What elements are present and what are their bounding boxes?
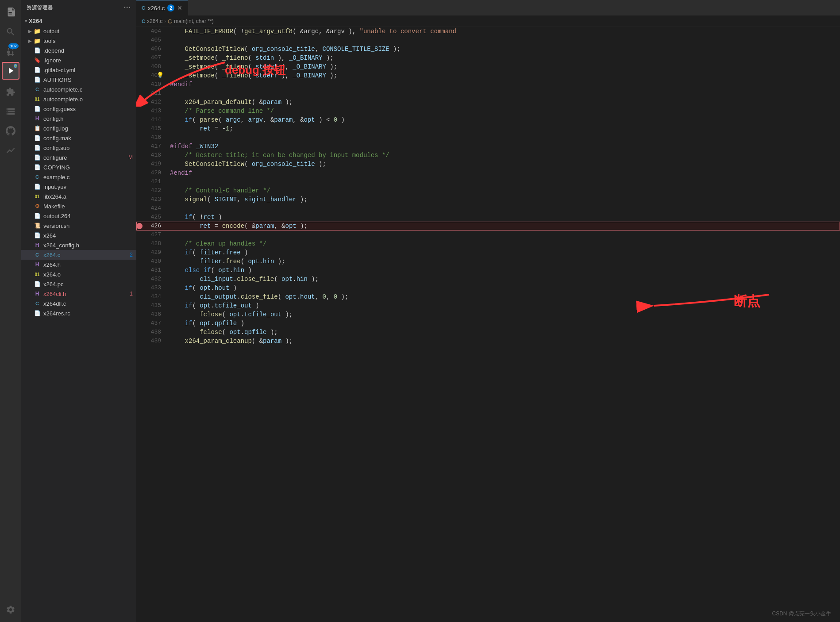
settings-icon[interactable] (2, 601, 19, 618)
tree-section-header[interactable]: ▾ X264 (21, 16, 136, 26)
code-line-417: 417 #ifdef _WIN32 (136, 142, 840, 151)
file-item-config-log[interactable]: 📋 config.log (21, 123, 136, 133)
line-num-437: 437 (144, 319, 166, 328)
tab-x264c[interactable]: C x264.c 2 ✕ (136, 0, 188, 15)
line-num-421: 421 (144, 177, 166, 186)
code-line-436: 436 fclose( opt.tcfile_out ); (136, 310, 840, 319)
file-item-example-c[interactable]: C example.c (21, 172, 136, 182)
line-content-407: _setmode( _fileno( stdin ), _O_BINARY ); (166, 54, 840, 62)
code-line-431: 431 else if( opt.hin ) (136, 266, 840, 275)
line-num-415: 415 (144, 124, 166, 133)
file-name-x264o: x264.o (43, 271, 133, 278)
file-item-x264h[interactable]: H x264.h (21, 260, 136, 269)
code-line-418: 418 /* Restore title; it can be changed … (136, 151, 840, 160)
code-line-430: 430 filter.free( opt.hin ); (136, 257, 840, 266)
extensions-icon[interactable] (2, 83, 19, 101)
folder-name-output: output (43, 28, 59, 35)
line-content-410: #endif (166, 80, 840, 89)
file-item-x264dllc[interactable]: C x264dll.c (21, 299, 136, 308)
sidebar-content[interactable]: ▾ X264 ▶ 📁 output ▶ 📁 tools 📄 .depend (21, 15, 136, 622)
line-content-419: SetConsoleTitleW( org_console_title ); (166, 160, 840, 169)
line-content-422: /* Control-C handler */ (166, 186, 840, 195)
breadcrumb-file: x264.c (147, 18, 162, 24)
file-item-x264o[interactable]: 01 x264.o (21, 269, 136, 279)
file-item-version-sh[interactable]: 📜 version.sh (21, 221, 136, 230)
code-line-407: 407 _setmode( _fileno( stdin ), _O_BINAR… (136, 54, 840, 62)
github-icon[interactable] (2, 122, 19, 140)
breakpoint-dot-426[interactable] (136, 223, 143, 229)
line-content-426: ret = encode( &param, &opt ); (166, 222, 840, 230)
file-item-x264c[interactable]: C x264.c 2 (21, 250, 136, 260)
file-name-x264resrc: x264res.rc (43, 310, 133, 317)
code-line-428: 428 /* clean up handles */ (136, 239, 840, 248)
remote-icon[interactable] (2, 103, 19, 120)
file-item-depend[interactable]: 📄 .depend (21, 46, 136, 55)
file-name-copying: COPYING (43, 164, 133, 171)
file-icon-config-guess: 📄 (34, 105, 41, 112)
file-item-x264[interactable]: 📄 x264 (21, 230, 136, 240)
file-item-input-yuv[interactable]: 📄 input.yuv (21, 182, 136, 192)
file-item-x264resrc[interactable]: 📄 x264res.rc (21, 308, 136, 318)
file-icon-authors: 📄 (34, 76, 41, 83)
file-item-x264clih[interactable]: H x264cli.h 1 (21, 289, 136, 299)
file-item-copying[interactable]: 📄 COPYING (21, 162, 136, 172)
file-item-autocomplete-o[interactable]: 01 autocomplete.o (21, 94, 136, 104)
folder-item-output[interactable]: ▶ 📁 output (21, 26, 136, 36)
file-item-autocomplete-c[interactable]: C autocomplete.c (21, 84, 136, 94)
files-icon[interactable] (2, 4, 19, 21)
line-num-410: 410 (144, 80, 166, 89)
x264c-badge: 2 (130, 252, 133, 258)
file-name-x264h: x264.h (43, 261, 133, 268)
code-area[interactable]: 404 FAIL_IF_ERROR( !get_argv_utf8( &argc… (136, 27, 840, 622)
line-num-431: 431 (144, 266, 166, 275)
file-item-x264pc[interactable]: 📄 x264.pc (21, 279, 136, 289)
file-item-config-sub[interactable]: 📄 config.sub (21, 143, 136, 153)
code-line-422: 422 /* Control-C handler */ (136, 186, 840, 195)
file-item-config-mak[interactable]: 📄 config.mak (21, 133, 136, 143)
line-content-431: else if( opt.hin ) (166, 266, 840, 275)
line-content-438: fclose( opt.qpfile ); (166, 328, 840, 337)
line-num-420: 420 (144, 169, 166, 177)
breadcrumb: C x264.c › ⬡ main(int, char **) (136, 15, 840, 27)
file-item-x264config[interactable]: H x264_config.h (21, 240, 136, 250)
code-line-412: 412 x264_param_default( &param ); (136, 98, 840, 107)
code-line-439: 439 x264_param_cleanup( &param ); (136, 337, 840, 346)
line-num-425: 425 (144, 213, 166, 222)
sidebar-more-button[interactable]: ··· (124, 4, 131, 12)
line-num-418: 418 (144, 151, 166, 160)
file-icon-libx264: 01 (34, 193, 41, 200)
code-line-425: 425 if( !ret ) (136, 213, 840, 222)
search-icon[interactable] (2, 23, 19, 41)
file-name-depend: .depend (43, 47, 133, 54)
code-line-424: 424 (136, 204, 840, 213)
gitlens-icon[interactable] (2, 142, 19, 159)
source-control-icon[interactable]: 107 (2, 42, 19, 60)
file-item-authors[interactable]: 📄 AUTHORS (21, 75, 136, 84)
file-icon-config-sub: 📄 (34, 144, 41, 151)
file-name-x264dllc: x264dll.c (43, 300, 133, 307)
file-item-ignore[interactable]: 🔖 .ignore (21, 55, 136, 65)
file-item-config-h[interactable]: H config.h (21, 114, 136, 123)
file-item-gitlab-ci[interactable]: 📄 .gitlab-ci.yml (21, 65, 136, 75)
file-name-x264: x264 (43, 232, 133, 239)
file-name-libx264: libx264.a (43, 193, 133, 200)
code-line-434: 434 cli_output.close_file( opt.hout, 0, … (136, 292, 840, 301)
file-item-makefile[interactable]: ⚙ Makefile (21, 201, 136, 211)
lightbulb-409[interactable]: 💡 (157, 71, 164, 80)
folder-item-tools[interactable]: ▶ 📁 tools (21, 36, 136, 46)
file-item-output264[interactable]: 📄 output.264 (21, 211, 136, 221)
code-line-408: 408 _setmode( _fileno( stdout ), _O_BINA… (136, 62, 840, 71)
file-item-config-guess[interactable]: 📄 config.guess (21, 104, 136, 114)
file-name-input-yuv: input.yuv (43, 184, 133, 190)
folder-chevron: ▶ (28, 38, 32, 43)
tab-close-x264c[interactable]: ✕ (177, 4, 182, 12)
file-item-configure[interactable]: 📄 configure M (21, 153, 136, 162)
line-num-414: 414 (144, 115, 166, 124)
sidebar: 资源管理器 ··· ▾ X264 ▶ 📁 output ▶ 📁 tools � (21, 0, 136, 622)
file-name-x264pc: x264.pc (43, 281, 133, 288)
file-item-libx264[interactable]: 01 libx264.a (21, 192, 136, 201)
line-num-413: 413 (144, 107, 166, 115)
run-debug-icon[interactable]: 🐛 (2, 62, 19, 80)
line-content-417: #ifdef _WIN32 (166, 142, 840, 151)
line-content-434: cli_output.close_file( opt.hout, 0, 0 ); (166, 292, 840, 301)
